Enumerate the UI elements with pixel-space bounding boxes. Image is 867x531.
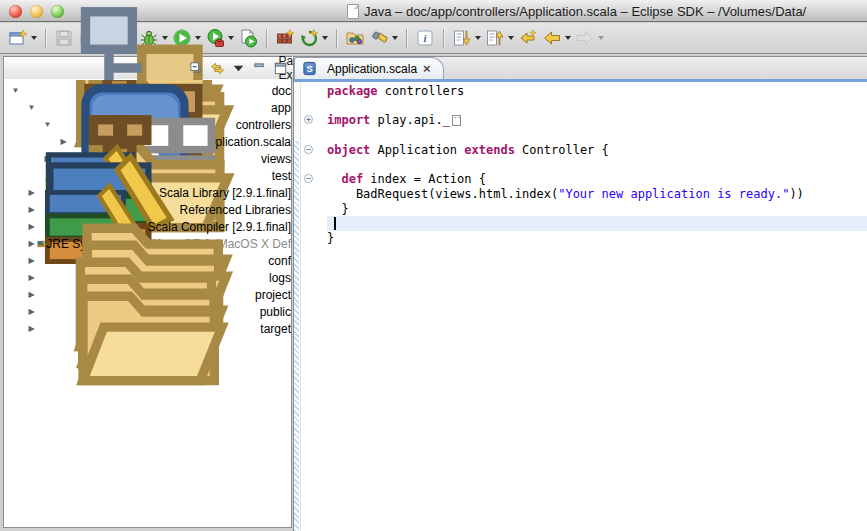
tree-item-label: conf [268, 254, 291, 268]
expand-icon[interactable]: ▶ [26, 188, 37, 197]
search-icon [369, 28, 389, 48]
tree-item-label: doc [272, 84, 291, 98]
forward-button [573, 26, 606, 50]
link-with-editor-button[interactable] [210, 61, 225, 76]
view-menu-icon [231, 61, 246, 76]
annotation-ruler[interactable] [294, 82, 301, 531]
fold-margin: − [302, 143, 327, 158]
collapse-all-button[interactable] [189, 61, 204, 76]
code-line[interactable]: } [302, 202, 867, 217]
next-annotation-dropdown-icon[interactable] [475, 36, 481, 40]
maximize-button[interactable] [273, 61, 288, 76]
collapse-icon[interactable]: ▼ [26, 103, 37, 112]
code-line[interactable]: − def index = Action { [302, 172, 867, 187]
previous-annotation-button[interactable] [483, 26, 516, 50]
collapsed-code-icon[interactable] [452, 115, 461, 126]
scala-file-icon [302, 61, 317, 76]
new-java-project-button[interactable] [273, 26, 297, 50]
back-dropdown-icon[interactable] [565, 36, 571, 40]
search-button[interactable] [367, 26, 400, 50]
code-text[interactable]: object Application extends Controller { [327, 143, 867, 158]
code-line[interactable]: +import play.api._ [302, 113, 867, 128]
keyword-token: import [327, 113, 370, 127]
code-token [327, 172, 341, 186]
expand-icon[interactable]: ▶ [26, 324, 37, 333]
editor-body[interactable]: package controllers+import play.api._−ob… [294, 82, 867, 531]
code-line[interactable]: −object Application extends Controller { [302, 143, 867, 158]
tree-item-label: project [255, 288, 291, 302]
next-annotation-button[interactable] [450, 26, 483, 50]
tab-application-scala[interactable]: Application.scala × [294, 57, 444, 79]
code-line[interactable]: } [302, 231, 867, 246]
code-text[interactable] [327, 216, 867, 231]
maximize-icon [273, 61, 288, 76]
info-toggle-button[interactable] [413, 26, 437, 50]
collapse-fold-icon[interactable]: − [304, 145, 313, 154]
code-line[interactable] [302, 157, 867, 172]
eclipse-window: Java – doc/app/controllers/Application.s… [0, 0, 867, 531]
code-token: index = Action { [363, 172, 486, 186]
last-edit-location-icon [518, 28, 538, 48]
fold-margin [302, 216, 327, 231]
search-dropdown-icon[interactable] [392, 36, 398, 40]
open-type-button[interactable] [343, 26, 367, 50]
fold-margin: + [302, 113, 327, 128]
code-text[interactable]: import play.api._ [327, 113, 867, 128]
collapse-all-icon [189, 61, 204, 76]
code-line[interactable]: package controllers [302, 84, 867, 99]
document-proxy-icon [347, 4, 359, 19]
expand-icon[interactable]: ▶ [26, 205, 37, 214]
keyword-token: object [327, 143, 370, 157]
info-toggle-icon [415, 28, 435, 48]
minimize-icon [252, 61, 267, 76]
expand-icon[interactable]: ▶ [26, 239, 37, 248]
tree-item-label: public [260, 305, 291, 319]
editor-panel: Application.scala × package controllers+… [293, 56, 867, 531]
code-token: } [327, 202, 349, 216]
expand-icon[interactable]: ▶ [26, 256, 37, 265]
refresh-button[interactable] [297, 26, 330, 50]
code-line[interactable] [302, 128, 867, 143]
last-edit-location-button[interactable] [516, 26, 540, 50]
code-text[interactable]: } [327, 231, 867, 246]
code-line[interactable] [302, 216, 867, 231]
code-text[interactable]: def index = Action { [327, 172, 867, 187]
keyword-token: package [327, 84, 378, 98]
fold-margin [302, 157, 327, 172]
expand-icon[interactable]: ▶ [26, 222, 37, 231]
forward-dropdown-icon[interactable] [598, 36, 604, 40]
code-line[interactable] [302, 99, 867, 114]
forward-icon [575, 28, 595, 48]
open-type-icon [345, 28, 365, 48]
tree-item-label: test [272, 169, 291, 183]
keyword-token: extends [464, 143, 515, 157]
back-button[interactable] [540, 26, 573, 50]
back-icon [542, 28, 562, 48]
previous-annotation-dropdown-icon[interactable] [508, 36, 514, 40]
code-text[interactable]: package controllers [327, 84, 867, 99]
collapse-icon[interactable]: ▼ [10, 86, 21, 95]
collapse-fold-icon[interactable]: − [304, 174, 313, 183]
code-token [327, 216, 334, 230]
refresh-dropdown-icon[interactable] [322, 36, 328, 40]
fold-margin [302, 128, 327, 143]
view-menu-button[interactable] [231, 61, 246, 76]
next-annotation-icon [452, 28, 472, 48]
code-area[interactable]: package controllers+import play.api._−ob… [302, 84, 867, 531]
code-text[interactable] [327, 157, 867, 172]
fold-margin [302, 187, 327, 202]
code-text[interactable]: } [327, 202, 867, 217]
code-line[interactable]: BadRequest(views.html.index("Your new ap… [302, 187, 867, 202]
code-text[interactable] [327, 128, 867, 143]
expand-fold-icon[interactable]: + [304, 115, 313, 124]
code-text[interactable] [327, 99, 867, 114]
expand-icon[interactable]: ▶ [26, 307, 37, 316]
code-token: } [327, 231, 334, 245]
close-editor-icon[interactable]: × [423, 64, 431, 74]
fold-margin [302, 202, 327, 217]
code-text[interactable]: BadRequest(views.html.index("Your new ap… [327, 187, 867, 202]
expand-icon[interactable]: ▶ [26, 290, 37, 299]
minimize-button[interactable] [252, 61, 267, 76]
expand-icon[interactable]: ▶ [26, 273, 37, 282]
tree-item-target[interactable]: ▶target [4, 320, 291, 337]
